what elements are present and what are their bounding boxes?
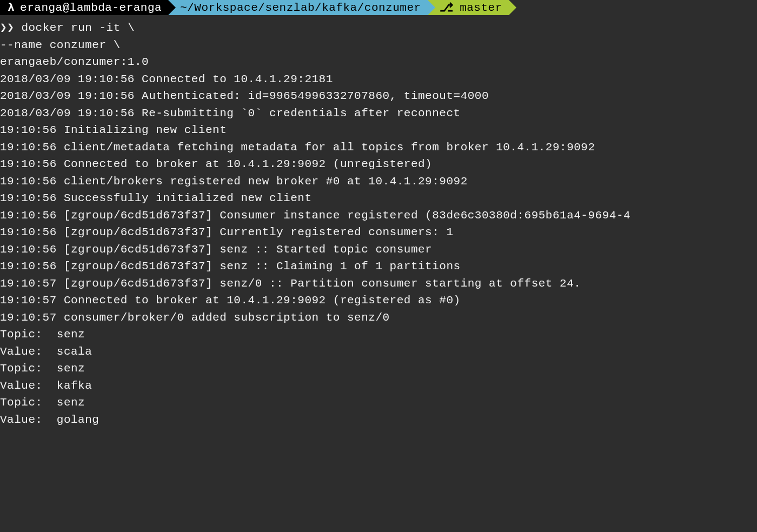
command-line: --name conzumer \ <box>0 37 757 54</box>
output-line: 19:10:56 Successfully initialized new cl… <box>0 190 757 207</box>
git-branch-icon: ⎇ <box>440 1 454 15</box>
output-line: 19:10:56 Initializing new client <box>0 122 757 139</box>
output-line: 19:10:56 Connected to broker at 10.4.1.2… <box>0 156 757 173</box>
output-line: 19:10:57 [zgroup/6cd51d673f37] senz/0 ::… <box>0 275 757 292</box>
output-line: 2018/03/09 19:10:56 Connected to 10.4.1.… <box>0 71 757 88</box>
status-user-segment: λ eranga@lambda-eranga <box>0 0 168 15</box>
output-line: 19:10:57 Connected to broker at 10.4.1.2… <box>0 292 757 309</box>
output-line: 19:10:56 [zgroup/6cd51d673f37] senz :: S… <box>0 241 757 258</box>
output-line: 19:10:56 [zgroup/6cd51d673f37] Consumer … <box>0 207 757 224</box>
output-line: Topic: senz <box>0 394 757 411</box>
output-line: 19:10:57 consumer/broker/0 added subscri… <box>0 309 757 327</box>
output-line: 19:10:56 [zgroup/6cd51d673f37] senz :: C… <box>0 258 757 275</box>
working-directory: ~/Workspace/senzlab/kafka/conzumer <box>180 2 421 14</box>
lambda-icon: λ <box>8 2 15 14</box>
output-line: Value: golang <box>0 411 757 429</box>
git-branch-name: master <box>460 2 502 14</box>
output-line: 2018/03/09 19:10:56 Authenticated: id=99… <box>0 88 757 105</box>
output-line: Value: scala <box>0 343 757 361</box>
output-line: 19:10:56 [zgroup/6cd51d673f37] Currently… <box>0 224 757 241</box>
output-line: Topic: senz <box>0 360 757 377</box>
status-path-segment: ~/Workspace/senzlab/kafka/conzumer <box>168 0 427 15</box>
command-line: erangaeb/conzumer:1.0 <box>0 54 757 71</box>
shell-prompt: ❯❯ <box>0 22 14 34</box>
terminal-status-bar: λ eranga@lambda-eranga ~/Workspace/senzl… <box>0 0 757 15</box>
output-line: Topic: senz <box>0 326 757 343</box>
terminal-output-area[interactable]: ❯❯ docker run -it \ --name conzumer \ er… <box>0 15 757 428</box>
output-line: Value: kafka <box>0 377 757 395</box>
output-line: 19:10:56 client/brokers registered new b… <box>0 173 757 190</box>
command-line: ❯❯ docker run -it \ <box>0 19 757 37</box>
user-host: eranga@lambda-eranga <box>20 2 162 14</box>
output-line: 2018/03/09 19:10:56 Re-submitting `0` cr… <box>0 105 757 122</box>
output-line: 19:10:56 client/metadata fetching metada… <box>0 139 757 156</box>
command-text: docker run -it \ <box>14 22 135 34</box>
status-branch-segment: ⎇ master <box>428 0 509 15</box>
